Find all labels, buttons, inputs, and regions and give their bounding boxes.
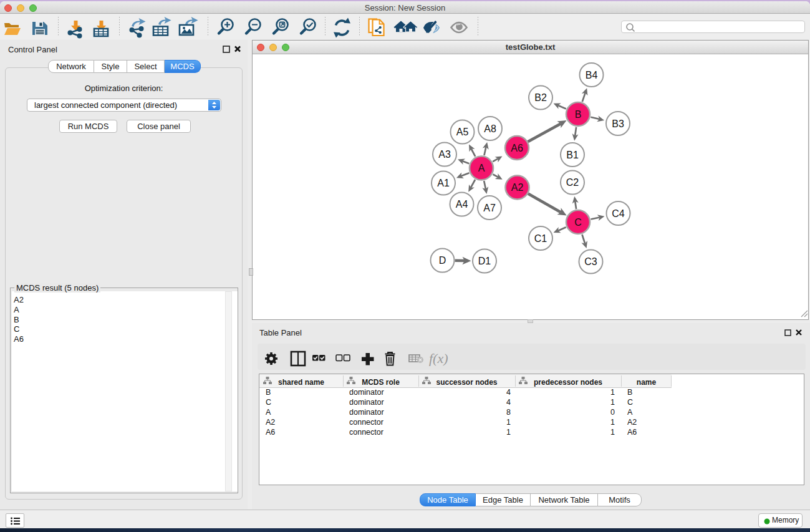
svg-text:A5: A5 (456, 127, 469, 137)
svg-text:A4: A4 (456, 199, 468, 210)
svg-text:B4: B4 (586, 70, 598, 80)
svg-text:A: A (478, 163, 485, 173)
svg-text:C: C (574, 217, 582, 228)
svg-text:C2: C2 (566, 177, 579, 188)
svg-text:D1: D1 (478, 256, 491, 266)
svg-text:C1: C1 (534, 233, 547, 244)
svg-text:A6: A6 (511, 143, 523, 153)
svg-text:A1: A1 (437, 178, 450, 188)
svg-text:D: D (439, 255, 446, 266)
svg-text:A7: A7 (483, 203, 496, 213)
svg-text:B1: B1 (566, 150, 579, 160)
svg-text:B: B (575, 109, 582, 120)
svg-text:A8: A8 (484, 123, 496, 134)
svg-text:A3: A3 (438, 149, 451, 160)
svg-text:f(x): f(x) (429, 351, 448, 366)
svg-text:B3: B3 (612, 118, 624, 129)
svg-text:C3: C3 (584, 256, 597, 267)
svg-text:B2: B2 (534, 92, 547, 103)
svg-text:A2: A2 (511, 182, 524, 193)
svg-text:C4: C4 (612, 208, 625, 219)
